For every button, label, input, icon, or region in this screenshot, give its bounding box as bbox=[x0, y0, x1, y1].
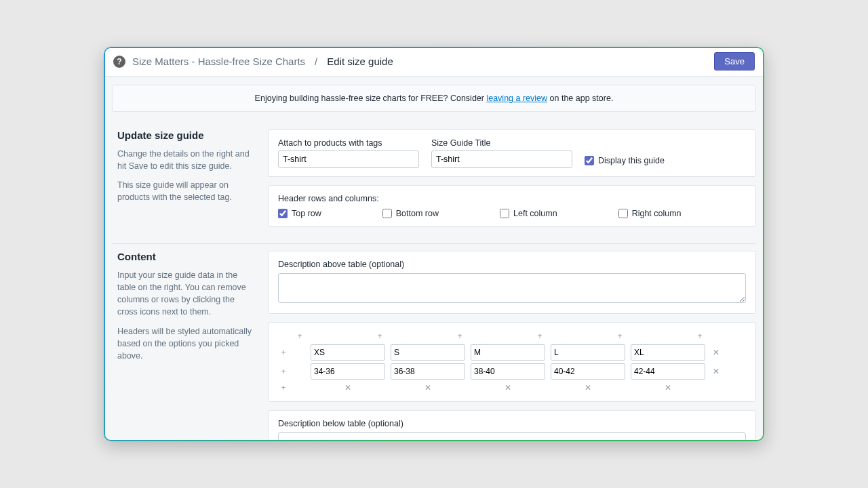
main-scroll[interactable]: Enjoying building hassle-free size chart… bbox=[104, 77, 764, 441]
table-cell-input[interactable] bbox=[631, 344, 705, 361]
table-row: +✕ bbox=[278, 344, 746, 361]
table-cell-input[interactable] bbox=[311, 344, 385, 361]
banner-text-after: on the app store. bbox=[547, 94, 613, 103]
page-title: Edit size guide bbox=[327, 56, 393, 67]
card-headers: Header rows and columns: Top row Bottom … bbox=[268, 185, 756, 227]
review-link[interactable]: leaving a review bbox=[486, 94, 547, 103]
save-button[interactable]: Save bbox=[714, 52, 755, 70]
section-content-side: Content Input your size guide data in th… bbox=[112, 251, 254, 441]
chk-left-col-input[interactable] bbox=[500, 209, 509, 218]
delete-col-icon[interactable]: ✕ bbox=[422, 382, 433, 393]
add-col-icon[interactable]: + bbox=[374, 331, 385, 342]
delete-col-icon[interactable]: ✕ bbox=[663, 382, 673, 393]
chk-top-row-input[interactable] bbox=[278, 209, 288, 218]
review-banner: Enjoying building hassle-free size chart… bbox=[112, 85, 756, 112]
section-content-title: Content bbox=[117, 251, 254, 262]
add-col-icon[interactable]: + bbox=[614, 331, 625, 342]
section-update-desc2: This size guide will appear on products … bbox=[117, 179, 254, 203]
chk-bottom-row[interactable]: Bottom row bbox=[382, 209, 439, 218]
chk-right-col[interactable]: Right column bbox=[618, 209, 682, 218]
delete-row-icon[interactable]: ✕ bbox=[711, 366, 722, 377]
add-row-icon[interactable]: + bbox=[278, 366, 289, 377]
add-row-bottom: +✕✕✕✕✕ bbox=[278, 382, 746, 393]
display-guide-input[interactable] bbox=[585, 156, 594, 165]
display-guide-checkbox[interactable]: Display this guide bbox=[585, 156, 665, 165]
table-cell-input[interactable] bbox=[471, 344, 545, 361]
add-col-row: ++++++ bbox=[278, 331, 746, 342]
tags-input[interactable] bbox=[278, 150, 419, 168]
table-cell-input[interactable] bbox=[391, 363, 465, 380]
chk-top-row[interactable]: Top row bbox=[278, 209, 321, 218]
table-cell-input[interactable] bbox=[551, 363, 625, 380]
delete-col-icon[interactable]: ✕ bbox=[502, 382, 513, 393]
desc-above-label: Description above table (optional) bbox=[278, 260, 746, 269]
field-title: Size Guide Title bbox=[431, 138, 572, 168]
card-desc-above: Description above table (optional) bbox=[268, 251, 756, 314]
topbar: ? Size Matters - Hassle-free Size Charts… bbox=[104, 47, 764, 77]
desc-below-input[interactable] bbox=[278, 432, 746, 441]
section-content-desc2: Headers will be styled automatically bas… bbox=[117, 325, 254, 362]
desc-below-label: Description below table (optional) bbox=[278, 419, 746, 428]
chk-bottom-row-input[interactable] bbox=[382, 209, 392, 218]
chk-right-col-label: Right column bbox=[632, 209, 682, 218]
section-content-desc1: Input your size guide data in the table … bbox=[117, 269, 254, 319]
add-col-icon[interactable]: + bbox=[454, 331, 465, 342]
delete-col-icon[interactable]: ✕ bbox=[583, 382, 593, 393]
section-content: Content Input your size guide data in th… bbox=[112, 244, 756, 441]
headers-legend: Header rows and columns: bbox=[278, 194, 746, 203]
app-window: ? Size Matters - Hassle-free Size Charts… bbox=[104, 47, 764, 441]
help-icon[interactable]: ? bbox=[113, 56, 125, 68]
table-cell-input[interactable] bbox=[551, 344, 625, 361]
add-row-icon[interactable]: + bbox=[278, 347, 289, 358]
table-cell-input[interactable] bbox=[471, 363, 545, 380]
title-label: Size Guide Title bbox=[431, 138, 572, 148]
table-row: +✕ bbox=[278, 363, 746, 380]
chk-left-col-label: Left column bbox=[513, 209, 557, 218]
chk-top-row-label: Top row bbox=[292, 209, 321, 218]
tags-label: Attach to products with tags bbox=[278, 138, 419, 148]
delete-row-icon[interactable]: ✕ bbox=[711, 347, 722, 358]
banner-text-before: Enjoying building hassle-free size chart… bbox=[255, 94, 487, 103]
table-cell-input[interactable] bbox=[311, 363, 385, 380]
section-update-side: Update size guide Change the details on … bbox=[112, 129, 254, 227]
table-cell-input[interactable] bbox=[391, 344, 465, 361]
card-table: +++++++✕+✕+✕✕✕✕✕ bbox=[268, 322, 756, 402]
breadcrumb-sep: / bbox=[312, 56, 320, 67]
section-update-title: Update size guide bbox=[117, 129, 254, 141]
card-basic: Attach to products with tags Size Guide … bbox=[268, 129, 756, 177]
add-row-icon[interactable]: + bbox=[278, 382, 289, 393]
section-update: Update size guide Change the details on … bbox=[112, 123, 756, 244]
delete-col-icon[interactable]: ✕ bbox=[342, 382, 353, 393]
field-tags: Attach to products with tags bbox=[278, 138, 419, 168]
desc-above-input[interactable] bbox=[278, 273, 746, 303]
card-desc-below: Description below table (optional) bbox=[268, 410, 756, 441]
chk-bottom-row-label: Bottom row bbox=[396, 209, 439, 218]
chk-right-col-input[interactable] bbox=[618, 209, 628, 218]
add-col-icon[interactable]: + bbox=[534, 331, 545, 342]
title-input[interactable] bbox=[431, 150, 572, 168]
breadcrumb-root[interactable]: Size Matters - Hassle-free Size Charts bbox=[132, 56, 305, 67]
add-col-icon[interactable]: + bbox=[694, 331, 705, 342]
display-guide-label: Display this guide bbox=[598, 156, 665, 165]
table-cell-input[interactable] bbox=[631, 363, 705, 380]
chk-left-col[interactable]: Left column bbox=[500, 209, 557, 218]
section-update-desc1: Change the details on the right and hit … bbox=[117, 148, 254, 172]
add-col-icon[interactable]: + bbox=[294, 331, 305, 342]
